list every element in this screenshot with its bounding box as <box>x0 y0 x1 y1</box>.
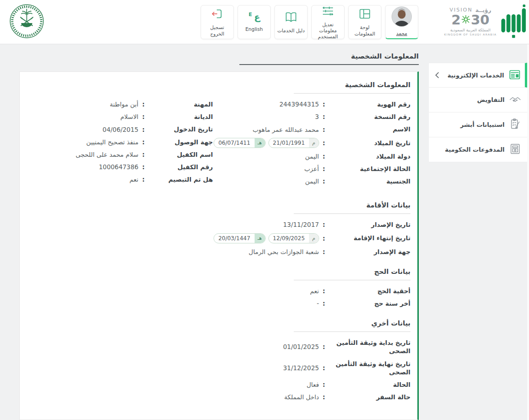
chevron-left-icon <box>435 71 440 79</box>
colon: : <box>323 287 325 295</box>
field-label: أحقية الحج <box>325 287 410 295</box>
logout-button[interactable]: تسجيل الخروج <box>201 5 234 39</box>
info-row: الحالة الإجتماعية : أعزب <box>213 165 410 173</box>
info-row: تاريخ الميلاد : م 21/01/1991 هـ <box>213 138 410 148</box>
page-layout: الخدمات الإلكترونية التفاويض <box>0 44 529 420</box>
info-row: تاريخ نهاية وثيقة التأمين الصحى : 31/12/… <box>30 360 410 376</box>
sidebar-item-label: الخدمات الإلكترونية <box>447 72 504 79</box>
section-hajj: بيانات الحج أحقية الحج : نعم أخر سنة حج … <box>30 268 410 308</box>
survey-clipboard-icon <box>509 118 521 131</box>
hijri-date: 20/03/1447 <box>214 235 254 242</box>
main-content: المعلومات الشخصية المعلومات الشخصية رقم … <box>0 44 429 420</box>
handshake-icon <box>509 93 521 106</box>
field-label: الحالة الإجتماعية <box>325 165 410 173</box>
field-value: 3 <box>315 113 319 120</box>
dashboard-icon <box>358 7 372 23</box>
field-value: اليمن <box>305 177 319 185</box>
hijri-marker: هـ <box>255 234 265 243</box>
user-profile-button[interactable]: محمد <box>385 5 418 39</box>
info-row: الديانة : الاسلام <box>30 112 213 121</box>
section-personal-info: المعلومات الشخصية رقم الهوية : 244394431… <box>30 81 410 189</box>
info-row: أحقية الحج : نعم <box>30 287 410 295</box>
info-row: حالة السفر : داخل المملكة <box>30 393 410 401</box>
field-label: تاريخ بداية وثيقة التأمين الصحى <box>325 338 410 355</box>
sidebar-item-authorizations[interactable]: التفاويض <box>429 88 527 112</box>
gregorian-date-pill: م 21/01/1991 <box>268 138 319 148</box>
field-label: اسم الكفيل <box>145 150 213 159</box>
colon: : <box>323 248 325 255</box>
section-residence: بيانات الأقامة تاريخ الإصدار : 13/11/201… <box>30 201 410 255</box>
field-label: تاريخ إنتهاء الإقامة <box>325 234 410 242</box>
nav-button-label: English <box>245 26 263 32</box>
colon: : <box>323 177 325 185</box>
info-row: الجنسية : اليمن <box>213 177 410 185</box>
gregorian-date-pill: م 12/09/2025 <box>268 233 319 243</box>
field-value: داخل المملكة <box>284 393 319 401</box>
section-title: المعلومات الشخصية <box>294 81 410 94</box>
user-name-label: محمد <box>396 30 407 36</box>
field-value: 2443944315 <box>279 101 319 108</box>
info-row: جهة الإصدار : شعبة الجوازات بحي الرمال <box>30 248 410 256</box>
field-label: الاسم <box>325 125 410 133</box>
field-value: 01/01/2025 <box>283 343 319 350</box>
colon: : <box>323 101 325 108</box>
colon: : <box>323 139 325 147</box>
colon: : <box>142 113 144 120</box>
field-value: سلام محمد على اللحجى <box>76 151 138 158</box>
info-row: هل تم التبصيم : نعم <box>30 175 213 183</box>
info-column-right: رقم الهوية : 2443944315 رقم النسخة : 3 <box>213 100 410 189</box>
field-value: أعزب <box>304 165 319 172</box>
colon: : <box>323 153 325 160</box>
colon: : <box>323 381 325 388</box>
dashboard-button[interactable]: لوحة المعلومات <box>348 5 381 39</box>
field-label: الديانة <box>145 112 213 121</box>
field-value: - <box>317 300 319 307</box>
open-book-icon <box>284 10 298 26</box>
gregorian-marker: م <box>309 138 319 148</box>
info-row: رقم الهوية : 2443944315 <box>213 100 410 108</box>
section-title: بيانات الحج <box>294 268 410 280</box>
colon: : <box>323 113 325 120</box>
sidebar-item-e-services[interactable]: الخدمات الإلكترونية <box>429 63 527 88</box>
info-row: اسم الكفيل : سلام محمد على اللحجى <box>30 150 213 159</box>
sidebar-item-government-payments[interactable]: المدفوعات الحكومية <box>429 137 527 162</box>
colon: : <box>323 393 325 401</box>
hijri-marker: هـ <box>255 138 265 148</box>
hijri-date-pill: هـ 20/03/1447 <box>214 233 265 243</box>
sidebar-item-label: التفاويض <box>477 96 505 103</box>
sliders-icon <box>321 4 335 20</box>
sidebar: الخدمات الإلكترونية التفاويض <box>429 44 529 420</box>
field-value: شعبة الجوازات بحي الرمال <box>249 248 319 255</box>
language-icon: عE <box>247 12 261 24</box>
brand-logos: رؤيــة VISION 2 30 المملكة العربية السعو… <box>444 4 529 41</box>
sidebar-item-absher-surveys[interactable]: استبيانات أبشر <box>429 112 527 137</box>
vision-2030-logo: رؤيــة VISION 2 30 المملكة العربية السعو… <box>444 7 497 36</box>
field-label: رقم الكفيل <box>145 163 213 171</box>
colon: : <box>142 126 144 133</box>
info-row: الاسم : محمد عبدالله عمر ماهوب <box>213 125 410 133</box>
info-row: تاريخ إنتهاء الإقامة : م 12/09/2025 هـ 2… <box>30 233 410 243</box>
ministry-of-interior-emblem <box>8 3 45 41</box>
edit-user-info-button[interactable]: تعديل معلومات المستخدم <box>311 5 345 39</box>
user-avatar <box>392 6 412 29</box>
field-value: الاسلام <box>120 113 138 120</box>
services-guide-button[interactable]: دليل الخدمات <box>274 5 308 39</box>
field-value: محمد عبدالله عمر ماهوب <box>253 126 319 133</box>
title-underline <box>239 64 419 65</box>
kingdom-name-en: KINGDOM OF SAUDI ARABIA <box>444 33 497 36</box>
gregorian-date: 21/01/1991 <box>269 140 309 146</box>
year-digits: 30 <box>471 13 489 27</box>
sidebar-item-label: استبيانات أبشر <box>460 121 505 128</box>
colon: : <box>323 165 325 172</box>
language-switch-button[interactable]: عE English <box>238 5 271 39</box>
field-value: 1000647386 <box>99 163 138 171</box>
field-label: جهة الوصول <box>145 138 213 146</box>
info-row: تاريخ الإصدار : 13/11/2017 <box>30 220 410 229</box>
gregorian-marker: م <box>309 234 319 243</box>
colon: : <box>323 235 325 242</box>
colon: : <box>142 151 144 158</box>
field-value: نعم <box>310 287 319 295</box>
field-value: نعم <box>130 176 138 183</box>
colon: : <box>323 343 325 350</box>
nav-button-label: تعديل معلومات المستخدم <box>313 22 343 40</box>
